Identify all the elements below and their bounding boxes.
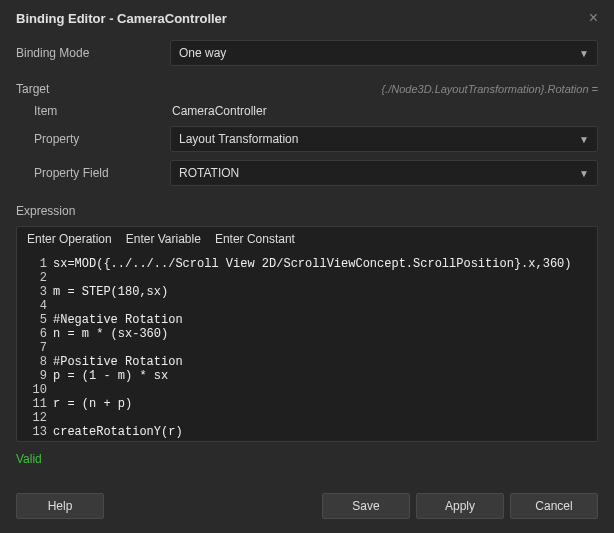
dialog-button-row: Help Save Apply Cancel [16,493,598,519]
line-number: 4 [27,299,47,313]
line-number: 2 [27,271,47,285]
close-icon[interactable]: × [589,10,598,26]
code-line: 9p = (1 - m) * sx [27,369,587,383]
code-text: #Positive Rotation [53,355,183,369]
binding-mode-value: One way [179,46,226,60]
chevron-down-icon: ▼ [579,48,589,59]
code-text: #Negative Rotation [53,313,183,327]
code-text: createRotationY(r) [53,425,183,439]
code-line: 4 [27,299,587,313]
chevron-down-icon: ▼ [579,168,589,179]
expression-code-editor[interactable]: 1sx=MOD({../../../Scroll View 2D/ScrollV… [16,251,598,442]
code-text: m = STEP(180,sx) [53,285,168,299]
enter-variable-button[interactable]: Enter Variable [126,232,201,246]
line-number: 5 [27,313,47,327]
target-property-label: Property [16,132,170,146]
cancel-button[interactable]: Cancel [510,493,598,519]
enter-constant-button[interactable]: Enter Constant [215,232,295,246]
code-line: 8#Positive Rotation [27,355,587,369]
expression-label: Expression [16,204,75,218]
help-button[interactable]: Help [16,493,104,519]
line-number: 1 [27,257,47,271]
target-property-select[interactable]: Layout Transformation ▼ [170,126,598,152]
title-bar: Binding Editor - CameraController × [16,10,598,26]
code-text: p = (1 - m) * sx [53,369,168,383]
window-title: Binding Editor - CameraController [16,11,227,26]
target-field-label: Property Field [16,166,170,180]
save-button[interactable]: Save [322,493,410,519]
binding-mode-label: Binding Mode [16,46,170,60]
binding-mode-select[interactable]: One way ▼ [170,40,598,66]
target-field-row: Property Field ROTATION ▼ [16,160,598,186]
line-number: 3 [27,285,47,299]
code-line: 6n = m * (sx-360) [27,327,587,341]
code-text: n = m * (sx-360) [53,327,168,341]
validation-status: Valid [16,452,598,466]
target-item-label: Item [16,104,170,118]
code-line: 11r = (n + p) [27,397,587,411]
line-number: 10 [27,383,47,397]
code-line: 7 [27,341,587,355]
target-label: Target [16,82,49,96]
code-line: 5#Negative Rotation [27,313,587,327]
target-property-row: Property Layout Transformation ▼ [16,126,598,152]
binding-mode-row: Binding Mode One way ▼ [16,40,598,66]
target-property-value: Layout Transformation [179,132,298,146]
line-number: 7 [27,341,47,355]
line-number: 12 [27,411,47,425]
code-line: 2 [27,271,587,285]
code-line: 10 [27,383,587,397]
target-section-row: Target {./Node3D.LayoutTransformation}.R… [16,82,598,96]
line-number: 9 [27,369,47,383]
line-number: 6 [27,327,47,341]
target-path: {./Node3D.LayoutTransformation}.Rotation… [381,83,598,95]
expression-section-row: Expression [16,204,598,218]
line-number: 8 [27,355,47,369]
expression-toolbar: Enter Operation Enter Variable Enter Con… [16,226,598,251]
target-field-select[interactable]: ROTATION ▼ [170,160,598,186]
enter-operation-button[interactable]: Enter Operation [27,232,112,246]
chevron-down-icon: ▼ [579,134,589,145]
line-number: 13 [27,425,47,439]
line-number: 11 [27,397,47,411]
target-item-row: Item CameraController [16,104,598,118]
apply-button[interactable]: Apply [416,493,504,519]
code-text: r = (n + p) [53,397,132,411]
binding-editor-window: Binding Editor - CameraController × Bind… [0,0,614,533]
code-line: 1sx=MOD({../../../Scroll View 2D/ScrollV… [27,257,587,271]
code-text: sx=MOD({../../../Scroll View 2D/ScrollVi… [53,257,571,271]
target-item-value: CameraController [170,104,598,118]
target-field-value: ROTATION [179,166,239,180]
code-line: 3m = STEP(180,sx) [27,285,587,299]
code-line: 13createRotationY(r) [27,425,587,439]
code-line: 12 [27,411,587,425]
